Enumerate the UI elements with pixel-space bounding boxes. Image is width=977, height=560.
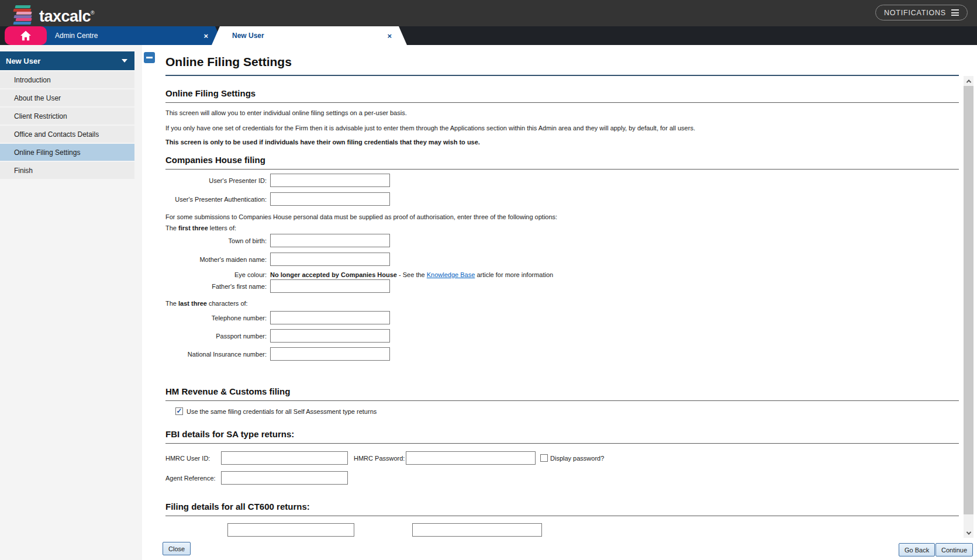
scrollbar-down-button[interactable] bbox=[964, 528, 973, 538]
ni-number-input[interactable] bbox=[270, 347, 390, 361]
notifications-label: NOTIFICATIONS bbox=[884, 9, 946, 17]
sidebar-item-online-filing-settings[interactable]: Online Filing Settings bbox=[0, 144, 134, 161]
passport-number-input[interactable] bbox=[270, 329, 390, 343]
tab-bar: Admin Centre × New User × bbox=[0, 26, 977, 45]
sidebar-menu: Introduction About the User Client Restr… bbox=[0, 71, 134, 180]
mothers-maiden-name-input[interactable] bbox=[270, 253, 390, 266]
sidebar-item-client-restriction[interactable]: Client Restriction bbox=[0, 108, 134, 125]
ct600-input-2[interactable] bbox=[412, 523, 542, 537]
sidebar-section-dropdown[interactable]: New User bbox=[0, 51, 134, 70]
sidebar-title: New User bbox=[6, 57, 40, 65]
tab-new-user-label: New User bbox=[232, 32, 264, 40]
taxcalc-logo-icon bbox=[12, 5, 34, 25]
ni-number-label: National Insurance number: bbox=[165, 351, 270, 358]
eye-colour-label: Eye colour: bbox=[165, 271, 270, 278]
presenter-id-label: User's Presenter ID: bbox=[165, 177, 270, 184]
intro-paragraph-2: If you only have one set of credentials … bbox=[165, 125, 959, 132]
eye-colour-bold-text: No longer accepted by Companies House bbox=[270, 271, 397, 278]
tab-admin-centre-close-icon[interactable]: × bbox=[203, 32, 208, 40]
field-row: Telephone number: bbox=[165, 311, 959, 324]
sidebar-item-about-the-user[interactable]: About the User bbox=[0, 89, 134, 106]
display-password-checkbox[interactable] bbox=[540, 454, 548, 462]
sidebar: New User Introduction About the User Cli… bbox=[0, 45, 142, 560]
hmrc-user-id-label: HMRC User ID: bbox=[165, 455, 221, 462]
close-button[interactable]: Close bbox=[163, 542, 191, 555]
sidebar-item-label: Introduction bbox=[14, 76, 51, 84]
fathers-first-name-input[interactable] bbox=[270, 279, 390, 293]
sa-credentials-checkbox[interactable] bbox=[175, 407, 183, 415]
section-heading-hmrc: HM Revenue & Customs filing bbox=[165, 386, 959, 401]
section-heading-online-filing-settings: Online Filing Settings bbox=[165, 88, 959, 103]
town-of-birth-input[interactable] bbox=[270, 234, 390, 247]
chevron-up-icon bbox=[966, 79, 971, 84]
telephone-number-label: Telephone number: bbox=[165, 314, 270, 322]
field-row: Passport number: bbox=[165, 329, 959, 343]
sidebar-item-label: Client Restriction bbox=[14, 112, 67, 120]
sidebar-item-office-and-contacts-details[interactable]: Office and Contacts Details bbox=[0, 126, 134, 143]
sa-credentials-label: Use the same filing credentials for all … bbox=[187, 408, 377, 415]
section-heading-ct600: Filing details for all CT600 returns: bbox=[165, 502, 959, 516]
sidebar-item-introduction[interactable]: Introduction bbox=[0, 71, 134, 88]
display-password-label: Display password? bbox=[550, 455, 604, 462]
collapse-sidebar-button[interactable] bbox=[144, 52, 155, 63]
field-row: Father's first name: bbox=[165, 279, 959, 293]
ct600-input-1[interactable] bbox=[227, 523, 354, 537]
taxcalc-logo: taxcalc® bbox=[12, 3, 94, 26]
presenter-authentication-input[interactable] bbox=[270, 192, 390, 206]
section-heading-fbi-sa: FBI details for SA type returns: bbox=[165, 429, 959, 444]
tab-admin-centre[interactable]: Admin Centre × bbox=[34, 26, 223, 45]
companies-house-note: For some submissions to Companies House … bbox=[165, 213, 959, 221]
sidebar-item-label: About the User bbox=[14, 94, 61, 102]
content: Online Filing Settings This screen will … bbox=[142, 88, 977, 537]
hmrc-password-label: HMRC Password: bbox=[354, 455, 406, 462]
home-tab[interactable] bbox=[5, 26, 47, 45]
continue-button[interactable]: Continue bbox=[935, 543, 973, 556]
telephone-number-input[interactable] bbox=[270, 311, 390, 324]
tab-new-user-close-icon[interactable]: × bbox=[387, 32, 392, 40]
tab-new-user[interactable]: New User × bbox=[212, 26, 407, 45]
section-heading-companies-house: Companies House filing bbox=[165, 155, 959, 170]
fbi-row: Agent Reference: bbox=[165, 471, 959, 485]
last-three-line: The last three characters of: bbox=[165, 300, 959, 307]
scrollbar-track[interactable] bbox=[964, 76, 973, 538]
first-three-line: The first three letters of: bbox=[165, 224, 959, 232]
fathers-first-name-label: Father's first name: bbox=[165, 283, 270, 290]
field-row: Town of birth: bbox=[165, 234, 959, 247]
eye-colour-text: No longer accepted by Companies House - … bbox=[270, 271, 553, 278]
scrollbar-thumb[interactable] bbox=[964, 86, 973, 514]
field-row: Mother's maiden name: bbox=[165, 253, 959, 266]
scrollbar-up-button[interactable] bbox=[964, 76, 973, 86]
chevron-down-icon bbox=[966, 530, 971, 534]
chevron-down-icon bbox=[122, 59, 127, 63]
agent-reference-input[interactable] bbox=[221, 471, 348, 485]
hamburger-icon bbox=[951, 9, 959, 16]
minus-icon bbox=[146, 57, 153, 58]
passport-number-label: Passport number: bbox=[165, 333, 270, 340]
sidebar-item-finish[interactable]: Finish bbox=[0, 162, 134, 179]
intro-paragraph-3: This screen is only to be used if indivi… bbox=[165, 139, 959, 146]
registered-mark: ® bbox=[91, 10, 94, 16]
field-row: User's Presenter Authentication: bbox=[165, 192, 959, 206]
content-viewport: Online Filing Settings This screen will … bbox=[142, 76, 977, 538]
agent-reference-label: Agent Reference: bbox=[165, 475, 221, 482]
presenter-id-input[interactable] bbox=[270, 174, 390, 187]
field-row: National Insurance number: bbox=[165, 347, 959, 361]
home-icon bbox=[20, 30, 32, 41]
hmrc-user-id-input[interactable] bbox=[221, 451, 348, 465]
hmrc-password-input[interactable] bbox=[406, 451, 536, 465]
fbi-row: HMRC User ID: HMRC Password: Display pas… bbox=[165, 451, 959, 465]
page-title: Online Filing Settings bbox=[165, 55, 292, 69]
sidebar-item-label: Online Filing Settings bbox=[14, 148, 80, 157]
notifications-button[interactable]: NOTIFICATIONS bbox=[875, 5, 968, 20]
ct600-row bbox=[165, 523, 959, 537]
knowledge-base-link[interactable]: Knowledge Base bbox=[427, 271, 475, 278]
sidebar-item-label: Office and Contacts Details bbox=[14, 130, 99, 139]
eye-colour-row: Eye colour: No longer accepted by Compan… bbox=[165, 271, 959, 278]
go-back-button[interactable]: Go Back bbox=[899, 543, 935, 556]
presenter-authentication-label: User's Presenter Authentication: bbox=[165, 196, 270, 203]
tab-admin-centre-label: Admin Centre bbox=[55, 32, 98, 40]
top-bar: taxcalc® NOTIFICATIONS bbox=[0, 0, 977, 26]
intro-paragraph-1: This screen will allow you to enter indi… bbox=[165, 109, 959, 117]
mothers-maiden-name-label: Mother's maiden name: bbox=[165, 256, 270, 263]
sidebar-item-label: Finish bbox=[14, 167, 33, 175]
